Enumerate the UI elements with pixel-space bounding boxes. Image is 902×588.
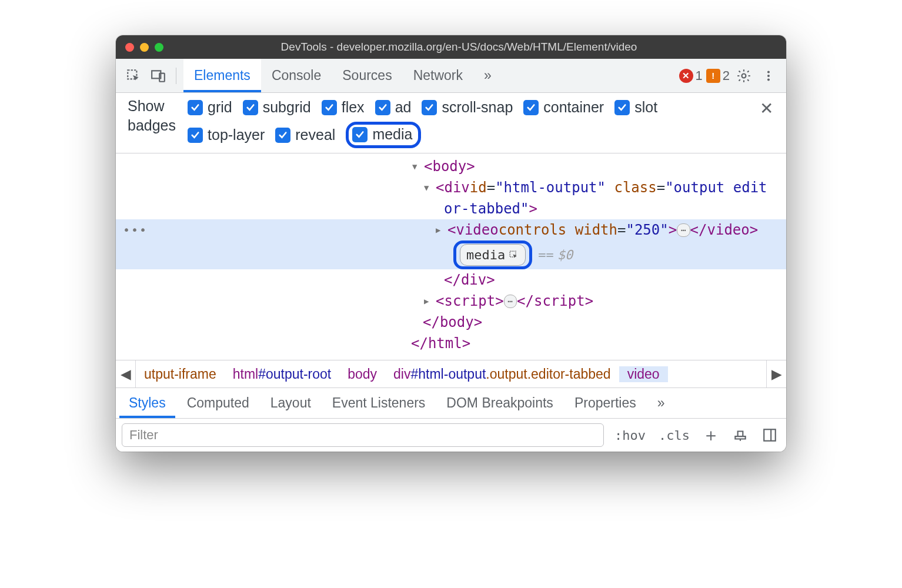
window-traffic-lights	[125, 43, 163, 52]
close-badges-panel-button[interactable]: ✕	[754, 96, 779, 121]
main-toolbar: Elements Console Sources Network » ✕ 1 !…	[116, 59, 786, 93]
checkbox-checked-icon	[188, 100, 203, 115]
checkbox-checked-icon	[275, 128, 290, 143]
subtab-styles[interactable]: Styles	[119, 388, 175, 418]
tab-sources[interactable]: Sources	[332, 59, 402, 92]
dom-node-video-badge-row: media == $0	[116, 240, 786, 269]
expander-right-icon[interactable]: ▶	[436, 224, 446, 236]
device-toolbar-icon[interactable]	[148, 65, 169, 86]
kebab-menu-icon[interactable]	[758, 65, 779, 86]
expander-down-icon[interactable]: ▼	[412, 161, 423, 173]
badge-option-top-layer[interactable]: top-layer	[188, 126, 265, 143]
checkbox-checked-icon	[614, 100, 630, 115]
dom-node-div-open[interactable]: ▼<div id="html-output" class="output edi…	[116, 177, 786, 198]
checkbox-checked-icon	[243, 100, 258, 115]
minimize-window-button[interactable]	[140, 43, 149, 52]
inspect-element-icon[interactable]	[123, 65, 144, 86]
badge-option-scroll-snap[interactable]: scroll-snap	[422, 99, 513, 116]
breadcrumb-scroll-left[interactable]: ◀	[116, 360, 136, 387]
badge-option-media[interactable]: media	[352, 126, 412, 143]
warning-count[interactable]: ! 2	[706, 68, 730, 83]
dom-node-body-close[interactable]: </body>	[116, 312, 786, 333]
badge-option-grid[interactable]: grid	[188, 99, 232, 116]
dom-node-body[interactable]: ▼<body>	[116, 156, 786, 177]
ellipsis-pill[interactable]: ⋯	[677, 223, 690, 237]
svg-point-3	[742, 74, 746, 78]
error-icon: ✕	[679, 69, 693, 83]
subtab-properties[interactable]: Properties	[565, 388, 646, 418]
breadcrumb-list: utput-iframe html#output-root body div#h…	[136, 366, 766, 382]
tab-console[interactable]: Console	[261, 59, 332, 92]
breadcrumb-item[interactable]: div#html-output.output.editor-tabbed	[385, 366, 619, 382]
error-count-value: 1	[696, 68, 703, 83]
breadcrumb-bar: ◀ utput-iframe html#output-root body div…	[116, 360, 786, 388]
checkbox-checked-icon	[375, 100, 390, 115]
hov-toggle-button[interactable]: :hov	[612, 428, 648, 443]
error-count[interactable]: ✕ 1	[679, 68, 703, 83]
badge-option-flex[interactable]: flex	[322, 99, 365, 116]
subtab-dom-breakpoints[interactable]: DOM Breakpoints	[437, 388, 563, 418]
checkbox-checked-icon	[422, 100, 437, 115]
computed-panel-icon[interactable]	[759, 425, 780, 446]
show-badges-label: Show badges	[128, 96, 176, 135]
checkbox-checked-icon	[322, 100, 337, 115]
more-subtabs-button[interactable]: »	[648, 388, 674, 418]
paint-brush-icon[interactable]	[730, 425, 751, 446]
styles-filter-input[interactable]	[122, 423, 604, 447]
equals-sign: ==	[538, 245, 554, 265]
styles-filter-bar: :hov .cls ＋	[116, 419, 786, 452]
dom-node-html-close[interactable]: </html>	[116, 333, 786, 354]
checkbox-checked-icon	[523, 100, 539, 115]
maximize-window-button[interactable]	[155, 43, 163, 52]
breadcrumb-item[interactable]: html#output-root	[225, 366, 339, 382]
dom-node-script[interactable]: ▶<script>⋯</script>	[116, 290, 786, 312]
expander-right-icon[interactable]: ▶	[424, 295, 435, 308]
expander-down-icon[interactable]: ▼	[424, 182, 435, 194]
dom-node-div-open-wrap[interactable]: or-tabbed">	[116, 198, 786, 219]
svg-point-4	[767, 71, 770, 73]
ellipsis-pill[interactable]: ⋯	[504, 295, 517, 308]
tab-network[interactable]: Network	[403, 59, 473, 92]
inspect-icon	[509, 250, 519, 260]
checkbox-checked-icon	[352, 127, 368, 142]
badge-option-reveal[interactable]: reveal	[275, 126, 335, 143]
tab-elements[interactable]: Elements	[183, 59, 261, 92]
new-style-rule-icon[interactable]: ＋	[700, 425, 721, 446]
dom-node-div-close[interactable]: </div>	[116, 269, 786, 290]
row-actions-icon[interactable]: •••	[123, 221, 148, 239]
badge-option-slot[interactable]: slot	[614, 99, 657, 116]
panel-tabs: Elements Console Sources Network »	[183, 59, 502, 92]
subtab-layout[interactable]: Layout	[261, 388, 320, 418]
subtab-event-listeners[interactable]: Event Listeners	[323, 388, 435, 418]
breadcrumb-item-selected[interactable]: video	[619, 366, 668, 382]
show-badges-panel: Show badges grid subgrid flex ad scroll-…	[116, 93, 786, 153]
media-badge[interactable]: media	[460, 244, 526, 266]
badge-option-container[interactable]: container	[523, 99, 604, 116]
styles-subtabs: Styles Computed Layout Event Listeners D…	[116, 388, 786, 419]
dom-tree[interactable]: ▼<body> ▼<div id="html-output" class="ou…	[116, 153, 786, 360]
svg-point-5	[767, 74, 770, 76]
badge-option-subgrid[interactable]: subgrid	[243, 99, 311, 116]
warning-count-value: 2	[723, 68, 730, 83]
more-tabs-button[interactable]: »	[473, 59, 502, 92]
window-title: DevTools - developer.mozilla.org/en-US/d…	[176, 41, 777, 54]
titlebar: DevTools - developer.mozilla.org/en-US/d…	[116, 35, 786, 59]
settings-icon[interactable]	[733, 65, 754, 86]
badges-list: grid subgrid flex ad scroll-snap contain…	[188, 96, 742, 148]
svg-point-6	[767, 78, 770, 81]
breadcrumb-scroll-right[interactable]: ▶	[766, 360, 786, 387]
svg-rect-8	[764, 429, 776, 441]
breadcrumb-item[interactable]: utput-iframe	[136, 366, 225, 382]
cls-toggle-button[interactable]: .cls	[656, 428, 692, 443]
breadcrumb-item[interactable]: body	[339, 366, 385, 382]
badge-option-ad[interactable]: ad	[375, 99, 412, 116]
badge-option-media-highlighted: media	[346, 122, 421, 148]
media-badge-highlight: media	[453, 240, 532, 269]
checkbox-checked-icon	[188, 128, 203, 143]
separator	[176, 68, 176, 84]
dom-node-video-selected[interactable]: ••• ▶<video controls width="250">⋯</vide…	[116, 219, 786, 240]
dollar-zero-ref: $0	[557, 245, 573, 265]
close-window-button[interactable]	[125, 43, 134, 52]
devtools-window: DevTools - developer.mozilla.org/en-US/d…	[116, 35, 786, 452]
subtab-computed[interactable]: Computed	[178, 388, 259, 418]
